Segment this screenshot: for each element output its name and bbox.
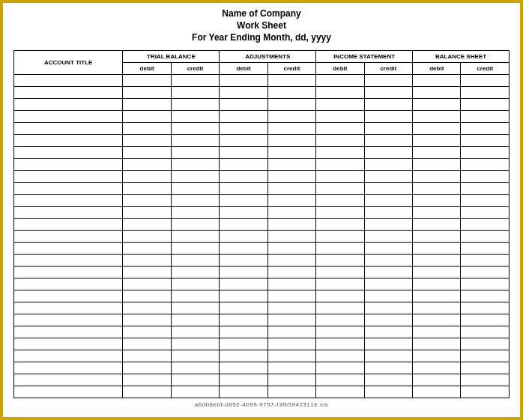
cell-account <box>14 218 123 230</box>
cell-is-debit <box>316 110 364 122</box>
cell-is-credit <box>364 254 412 266</box>
cell-is-debit <box>316 158 364 170</box>
cell-tb-debit <box>123 110 171 122</box>
cell-adj-credit <box>267 326 315 338</box>
cell-tb-credit <box>171 146 219 158</box>
cell-bs-credit <box>461 86 510 98</box>
cell-tb-credit <box>171 194 219 206</box>
cell-is-debit <box>316 362 364 374</box>
cell-tb-debit <box>123 386 171 398</box>
col-is-debit: debit <box>316 62 364 74</box>
cell-bs-credit <box>461 134 510 146</box>
cell-account <box>14 134 123 146</box>
cell-is-debit <box>316 326 364 338</box>
cell-tb-debit <box>123 374 171 386</box>
cell-tb-debit <box>123 218 171 230</box>
table-row <box>14 206 510 218</box>
cell-is-credit <box>364 122 412 134</box>
cell-is-credit <box>364 74 412 86</box>
table-row <box>14 74 510 86</box>
cell-tb-credit <box>171 230 219 242</box>
cell-bs-credit <box>461 194 510 206</box>
cell-tb-credit <box>171 182 219 194</box>
cell-account <box>14 110 123 122</box>
cell-bs-credit <box>461 218 510 230</box>
cell-bs-credit <box>461 290 510 302</box>
cell-bs-credit <box>461 350 510 362</box>
col-tb-debit: debit <box>123 62 171 74</box>
cell-tb-debit <box>123 146 171 158</box>
cell-is-debit <box>316 134 364 146</box>
cell-adj-credit <box>267 302 315 314</box>
cell-bs-credit <box>461 74 510 86</box>
cell-tb-debit <box>123 350 171 362</box>
cell-bs-credit <box>461 98 510 110</box>
cell-adj-debit <box>220 158 267 170</box>
cell-tb-debit <box>123 266 171 278</box>
cell-adj-debit <box>220 362 267 374</box>
cell-bs-debit <box>413 338 461 350</box>
cell-is-credit <box>364 314 412 326</box>
cell-bs-debit <box>413 218 461 230</box>
cell-adj-credit <box>267 170 315 182</box>
cell-adj-debit <box>220 326 267 338</box>
cell-account <box>14 86 123 98</box>
cell-adj-credit <box>267 266 315 278</box>
table-row <box>14 278 510 290</box>
cell-adj-credit <box>267 86 315 98</box>
cell-account <box>14 194 123 206</box>
cell-bs-credit <box>461 278 510 290</box>
cell-is-debit <box>316 302 364 314</box>
cell-account <box>14 230 123 242</box>
cell-adj-credit <box>267 242 315 254</box>
cell-adj-credit <box>267 182 315 194</box>
cell-is-credit <box>364 242 412 254</box>
col-balance-sheet: BALANCE SHEET <box>413 50 510 62</box>
cell-bs-credit <box>461 122 510 134</box>
cell-tb-credit <box>171 254 219 266</box>
table-row <box>14 218 510 230</box>
cell-tb-credit <box>171 158 219 170</box>
cell-is-debit <box>316 182 364 194</box>
cell-tb-credit <box>171 302 219 314</box>
col-income-statement: INCOME STATEMENT <box>316 50 413 62</box>
cell-bs-credit <box>461 170 510 182</box>
cell-adj-credit <box>267 290 315 302</box>
cell-tb-credit <box>171 122 219 134</box>
cell-adj-debit <box>220 194 267 206</box>
cell-is-credit <box>364 278 412 290</box>
cell-bs-debit <box>413 374 461 386</box>
cell-is-credit <box>364 134 412 146</box>
cell-tb-debit <box>123 86 171 98</box>
doc-title: Work Sheet <box>192 19 331 31</box>
cell-tb-credit <box>171 326 219 338</box>
table-row <box>14 146 510 158</box>
cell-account <box>14 170 123 182</box>
cell-tb-debit <box>123 338 171 350</box>
cell-is-debit <box>316 350 364 362</box>
col-adj-credit: credit <box>267 62 315 74</box>
cell-adj-credit <box>267 374 315 386</box>
cell-bs-credit <box>461 386 510 398</box>
table-row <box>14 86 510 98</box>
cell-tb-credit <box>171 290 219 302</box>
cell-bs-credit <box>461 182 510 194</box>
cell-adj-credit <box>267 386 315 398</box>
cell-is-credit <box>364 230 412 242</box>
col-trial-balance: TRIAL BALANCE <box>123 50 220 62</box>
cell-tb-credit <box>171 218 219 230</box>
cell-adj-debit <box>220 122 267 134</box>
cell-account <box>14 314 123 326</box>
worksheet-table: ACCOUNT TITLE TRIAL BALANCE ADJUSTMENTS … <box>13 50 510 398</box>
cell-is-credit <box>364 218 412 230</box>
cell-tb-credit <box>171 134 219 146</box>
cell-tb-debit <box>123 302 171 314</box>
cell-bs-credit <box>461 230 510 242</box>
cell-bs-debit <box>413 362 461 374</box>
cell-bs-debit <box>413 134 461 146</box>
cell-account <box>14 302 123 314</box>
cell-bs-credit <box>461 206 510 218</box>
cell-tb-credit <box>171 374 219 386</box>
cell-bs-debit <box>413 350 461 362</box>
table-row <box>14 242 510 254</box>
